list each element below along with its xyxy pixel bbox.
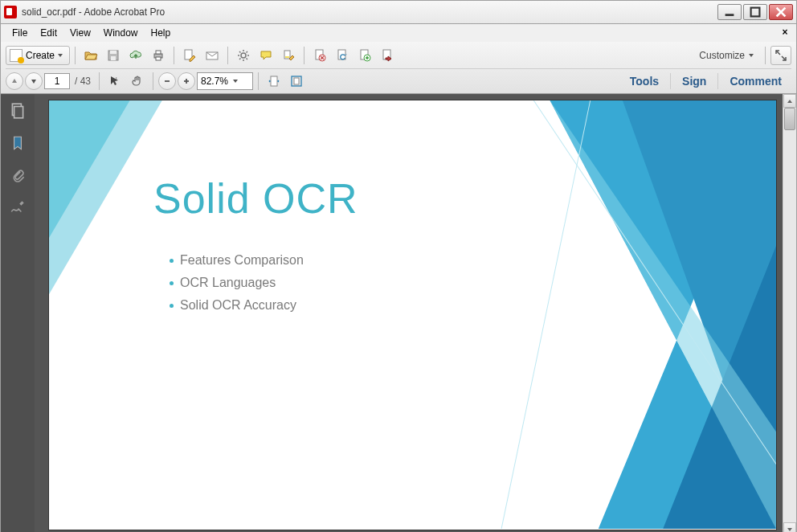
minimize-button[interactable] [717, 4, 742, 20]
svg-rect-37 [271, 76, 277, 86]
page-up-button[interactable] [6, 72, 23, 90]
scroll-down-button[interactable] [783, 522, 796, 532]
content-area: Solid OCR Features Comparison OCR Langua… [0, 94, 797, 532]
comment-button[interactable] [255, 46, 276, 65]
slide-background [49, 100, 776, 529]
svg-rect-8 [156, 51, 161, 54]
cloud-button[interactable] [125, 46, 146, 65]
fullscreen-button[interactable] [770, 46, 791, 65]
fit-page-button[interactable] [286, 72, 307, 91]
edit-doc-button[interactable] [179, 46, 200, 65]
app-icon [4, 6, 17, 18]
svg-line-17 [239, 51, 241, 53]
menubar: File Edit View Window Help × [0, 24, 797, 42]
scroll-thumb[interactable] [784, 108, 795, 130]
comment-panel-button[interactable]: Comment [720, 75, 791, 88]
scroll-up-button[interactable] [783, 94, 796, 108]
slide-bullet-list: Features Comparison OCR Languages Solid … [170, 253, 304, 321]
chevron-down-icon [58, 54, 63, 57]
doc-delete-button[interactable] [309, 46, 330, 65]
open-button[interactable] [80, 46, 101, 65]
toolbar: Create [0, 42, 797, 94]
tools-panel-button[interactable]: Tools [620, 75, 668, 88]
zoom-value: 82.7% [201, 76, 228, 87]
menu-help[interactable]: Help [145, 26, 178, 40]
bookmarks-icon[interactable] [9, 134, 27, 152]
window-title: solid_ocr.pdf - Adobe Acrobat Pro [22, 6, 717, 18]
document-viewport[interactable]: Solid OCR Features Comparison OCR Langua… [35, 94, 783, 532]
menu-file[interactable]: File [6, 26, 34, 40]
zoom-out-button[interactable] [158, 72, 176, 90]
zoom-select[interactable]: 82.7% [197, 72, 253, 90]
highlight-button[interactable] [278, 46, 299, 65]
slide-title: Solid OCR [153, 174, 358, 223]
svg-rect-1 [751, 8, 760, 17]
page-total: / 43 [72, 76, 94, 87]
print-button[interactable] [148, 46, 169, 65]
svg-line-20 [247, 51, 248, 53]
pdf-page: Solid OCR Features Comparison OCR Langua… [49, 100, 776, 530]
create-label: Create [26, 50, 55, 61]
zoom-in-button[interactable] [178, 72, 195, 90]
customize-label: Customize [699, 50, 745, 61]
fit-width-button[interactable] [264, 72, 284, 91]
create-icon [10, 49, 22, 62]
vertical-scrollbar[interactable] [783, 94, 796, 532]
slide-bullet: OCR Languages [170, 276, 304, 290]
doc-forward-button[interactable] [377, 46, 398, 65]
attachments-icon[interactable] [9, 166, 27, 184]
gear-button[interactable] [233, 46, 254, 65]
svg-rect-9 [156, 57, 161, 60]
svg-point-12 [241, 53, 246, 58]
customize-button[interactable]: Customize [693, 47, 760, 64]
signatures-icon[interactable] [9, 198, 27, 216]
document-close-icon[interactable]: × [779, 27, 791, 39]
titlebar: solid_ocr.pdf - Adobe Acrobat Pro [0, 0, 797, 24]
menu-view[interactable]: View [63, 26, 97, 40]
select-tool-button[interactable]: I [104, 72, 125, 91]
svg-rect-22 [285, 56, 289, 58]
chevron-down-icon [233, 80, 238, 83]
svg-line-49 [501, 100, 591, 529]
page-number-input[interactable] [44, 73, 70, 89]
slide-bullet: Features Comparison [170, 253, 304, 268]
svg-rect-41 [14, 107, 23, 118]
slide-bullet: Solid OCR Accuracy [170, 298, 304, 313]
svg-rect-6 [111, 56, 116, 60]
thumbnails-icon[interactable] [9, 102, 27, 120]
menu-window[interactable]: Window [97, 26, 145, 40]
page-down-button[interactable] [25, 72, 43, 90]
chevron-down-icon [749, 54, 754, 57]
create-button[interactable]: Create [6, 46, 70, 65]
svg-line-19 [239, 59, 241, 60]
sign-panel-button[interactable]: Sign [672, 75, 716, 88]
doc-add-button[interactable] [354, 46, 375, 65]
navigation-pane [1, 94, 35, 532]
maximize-button[interactable] [743, 4, 767, 20]
svg-rect-39 [294, 78, 299, 84]
svg-rect-5 [110, 51, 116, 54]
doc-refresh-button[interactable] [332, 46, 353, 65]
save-button[interactable] [103, 46, 124, 65]
hand-tool-button[interactable] [127, 72, 148, 91]
menu-edit[interactable]: Edit [34, 26, 63, 40]
email-button[interactable] [202, 46, 223, 65]
svg-line-18 [247, 59, 248, 60]
close-button[interactable] [769, 4, 793, 20]
scroll-track[interactable] [783, 108, 796, 522]
